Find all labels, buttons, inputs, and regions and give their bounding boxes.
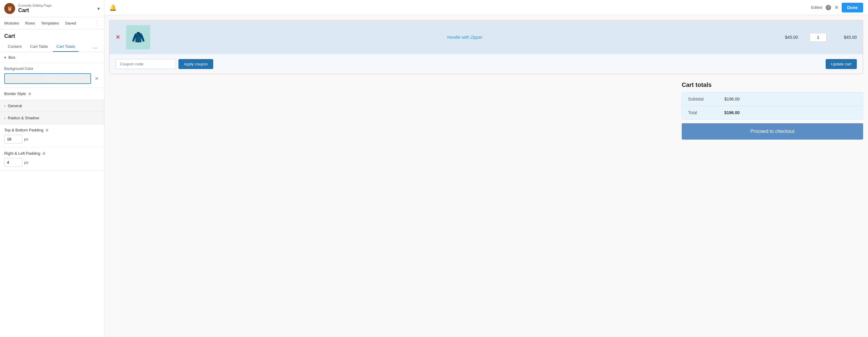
product-image: 🧥: [126, 25, 150, 49]
product-price: $45.00: [779, 35, 804, 40]
main-content: ✕ 🧥 Hoodie with Zipper $45.00 $45.00 App…: [104, 0, 868, 140]
top-bottom-padding-label: Top & Bottom Padding: [4, 128, 43, 132]
total-row: Total $196.00: [682, 106, 863, 119]
chevron-general-icon: ›: [4, 104, 5, 108]
border-style-label: Border Style: [4, 91, 26, 96]
right-content: 🔔 Edited ? ≡ Done ✕ 🧥 Hoodie with Zipper…: [104, 0, 868, 337]
background-color-label: Background Color: [4, 66, 100, 71]
chevron-box-icon: ▾: [4, 55, 6, 60]
tab-cart-totals[interactable]: Cart Totals: [53, 42, 79, 52]
background-color-section: Background Color ✕: [0, 63, 104, 88]
general-label: General: [8, 104, 22, 108]
apply-coupon-button[interactable]: Apply coupon: [179, 59, 213, 69]
top-bottom-padding-unit: px: [24, 137, 28, 141]
coupon-row: Apply coupon Update cart: [110, 54, 863, 74]
tab-content[interactable]: Content: [4, 42, 25, 52]
panel-header: 🦉 Currently Editing Page Cart ▾: [0, 0, 104, 17]
top-nav: Modules Rows Templates Saved ⋮: [0, 17, 104, 29]
total-value: $196.00: [724, 110, 740, 115]
subtotal-label: Subtotal: [688, 96, 724, 102]
tab-more[interactable]: ...: [90, 43, 100, 51]
top-bottom-padding-section: Top & Bottom Padding 🖥 px: [0, 124, 104, 147]
right-left-padding-section: Right & Left Padding 🖥 px: [0, 147, 104, 171]
right-left-padding-label: Right & Left Padding: [4, 151, 40, 156]
box-label: Box: [8, 55, 15, 60]
proceed-to-checkout-button[interactable]: Proceed to checkout: [682, 123, 863, 140]
monitor-rl-icon: 🖥: [42, 151, 46, 156]
cart-totals-title: Cart totals: [682, 81, 863, 88]
monitor-tb-icon: 🖥: [45, 128, 49, 132]
right-left-padding-unit: px: [24, 160, 28, 165]
remove-item-button[interactable]: ✕: [116, 34, 120, 40]
nav-templates[interactable]: Templates: [41, 20, 59, 27]
bell-icon[interactable]: 🔔: [109, 4, 117, 11]
right-left-padding-input[interactable]: [4, 158, 22, 167]
page-name: Cart: [18, 7, 52, 13]
box-section: ▾ Box: [0, 52, 104, 63]
update-cart-button[interactable]: Update cart: [826, 59, 857, 69]
nav-modules[interactable]: Modules: [4, 20, 19, 27]
cart-panel-title: Cart: [0, 29, 104, 42]
chevron-down-icon[interactable]: ▾: [97, 6, 100, 11]
product-emoji: 🧥: [131, 31, 145, 44]
nav-rows[interactable]: Rows: [25, 20, 35, 27]
currently-editing-label: Currently Editing Page: [18, 4, 52, 7]
tab-cart-table[interactable]: Cart Table: [27, 42, 52, 52]
border-style-section: Border Style 🖥: [0, 88, 104, 100]
help-icon[interactable]: ?: [826, 5, 831, 10]
quantity-input[interactable]: [810, 33, 827, 42]
subtotal-row: Subtotal $196.00: [682, 92, 863, 106]
total-label: Total: [688, 110, 724, 115]
cart-totals-section: Cart totals Subtotal $196.00 Total $196.…: [682, 81, 863, 140]
nav-saved[interactable]: Saved: [65, 20, 76, 27]
clear-color-button[interactable]: ✕: [93, 75, 100, 83]
radius-shadow-collapsible[interactable]: › Radius & Shadow: [0, 112, 104, 124]
subtotal-value: $196.00: [724, 96, 740, 102]
background-color-input[interactable]: [4, 73, 91, 84]
coupon-input[interactable]: [116, 59, 176, 69]
product-name[interactable]: Hoodie with Zipper: [156, 35, 773, 40]
totals-table: Subtotal $196.00 Total $196.00: [682, 92, 863, 120]
sub-tabs: Content Cart Table Cart Totals ...: [0, 42, 104, 52]
done-button[interactable]: Done: [842, 3, 863, 12]
monitor-icon: 🖥: [28, 92, 31, 96]
edited-label: Edited: [811, 5, 822, 10]
cart-item-row: ✕ 🧥 Hoodie with Zipper $45.00 $45.00: [110, 20, 863, 54]
radius-shadow-label: Radius & Shadow: [8, 116, 39, 120]
owl-logo: 🦉: [4, 3, 15, 14]
cart-table-section: ✕ 🧥 Hoodie with Zipper $45.00 $45.00 App…: [109, 20, 863, 74]
top-bottom-padding-input[interactable]: [4, 135, 22, 143]
product-total: $45.00: [833, 35, 857, 40]
nav-divider: ⋮: [94, 20, 100, 27]
chevron-radius-icon: ›: [4, 116, 5, 120]
general-collapsible[interactable]: › General: [0, 100, 104, 112]
owl-emoji: 🦉: [6, 5, 13, 12]
top-toolbar: 🔔 Edited ? ≡ Done: [104, 0, 868, 15]
menu-icon[interactable]: ≡: [835, 4, 838, 10]
